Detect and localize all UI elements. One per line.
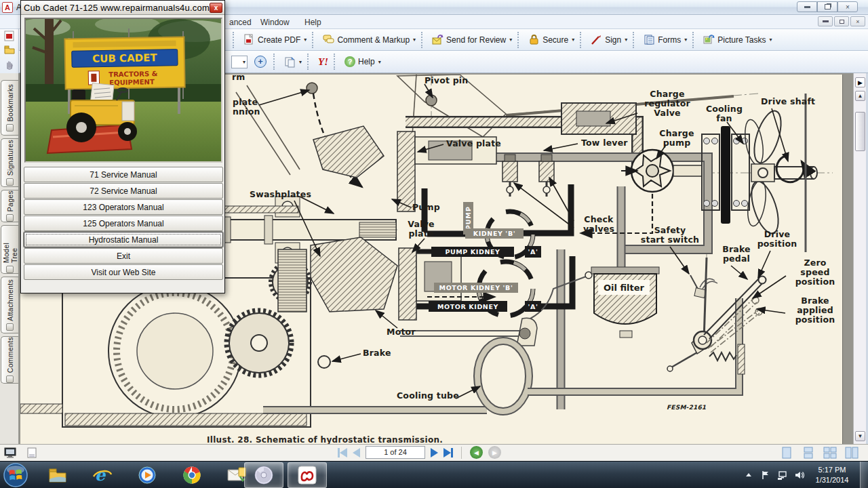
menu-advanced[interactable]: anced [226, 17, 254, 28]
toolbar-grip[interactable] [273, 54, 277, 70]
tab-attachments[interactable]: Attachments [1, 277, 18, 333]
doc-minimize-button[interactable] [818, 16, 833, 26]
comment-markup-button[interactable]: Comment & Markup▾ [319, 31, 420, 49]
taskbar-wmp-button[interactable] [127, 462, 167, 488]
minimize-button[interactable] [797, 1, 817, 12]
taskbar-explorer-button[interactable] [38, 462, 77, 488]
help-button[interactable]: ? Help▾ [340, 53, 385, 70]
hand-tool-icon[interactable] [4, 59, 15, 70]
tab-signatures[interactable]: Signatures [1, 138, 18, 187]
taskbar-acrobat-button[interactable] [288, 462, 327, 488]
button-72-service-manual[interactable]: 72 Service Manual [24, 183, 223, 199]
explorer-icon [48, 467, 67, 483]
doc-restore-button[interactable] [834, 16, 849, 26]
toolbar-grip[interactable] [233, 32, 236, 48]
taskbar-clock[interactable]: 5:17 PM 1/31/2014 [811, 465, 853, 485]
last-page-button[interactable] [443, 448, 453, 458]
menu-help[interactable]: Help [302, 17, 324, 28]
taskbar-ie-button[interactable]: e [83, 462, 122, 488]
launcher-close-button[interactable]: x [210, 3, 222, 13]
tab-model-tree[interactable]: Model Tree [1, 225, 18, 274]
next-view-button[interactable]: ▶ [488, 446, 501, 459]
diagram-label-tow-lever: Tow lever [581, 138, 628, 148]
desktop: A A × anced Window Help × Create PDF▾ Co… [0, 0, 868, 488]
cd-drive-icon [254, 465, 274, 485]
page-display-button[interactable]: ▾ [280, 53, 306, 70]
button-123-operators-manual[interactable]: 123 Operators Manual [24, 199, 223, 215]
diagram-label-pump: Pump [412, 203, 440, 212]
continuous-facing-layout-icon[interactable] [823, 447, 837, 459]
first-page-button[interactable] [338, 448, 347, 458]
toolbar-grip[interactable] [334, 54, 337, 70]
acrobat-statusbar: 1 of 24 ◀ ▶ [0, 444, 868, 461]
launcher-titlebar[interactable]: Cub Cadet 71-125 www.repairmanuals4u.com… [21, 1, 224, 15]
pdf-file-icon[interactable] [4, 30, 15, 41]
previous-view-button[interactable]: ◀ [470, 446, 483, 459]
button-hydrostatic-manual[interactable]: Hydrostatic Manual [24, 232, 223, 247]
button-visit-web-site[interactable]: Visit our Web Site [24, 264, 223, 280]
diagram-label-swashplate-trunnion: plate nnion [233, 98, 260, 117]
restore-button[interactable] [817, 1, 837, 12]
open-folder-icon[interactable] [4, 44, 15, 55]
collapse-pane-arrow[interactable]: ▶ [855, 77, 865, 87]
figure-caption: Illust. 28. Schematic of hydrostatic tra… [207, 435, 443, 444]
taskbar-cd-button[interactable] [244, 462, 283, 488]
tab-model-tree-label: Model Tree [2, 226, 18, 263]
band-pump-kidney: PUMP KIDNEY [431, 247, 514, 257]
media-player-icon [138, 466, 157, 485]
banner-title: CUB CADET [92, 52, 157, 65]
toolbar-grip[interactable] [692, 32, 696, 48]
next-page-button[interactable] [431, 448, 438, 458]
toolbar-grip[interactable] [633, 32, 636, 48]
single-page-layout-icon[interactable] [780, 447, 793, 459]
page-number-input[interactable]: 1 of 24 [366, 446, 425, 459]
button-exit[interactable]: Exit [24, 248, 223, 264]
create-pdf-button[interactable]: Create PDF▾ [239, 31, 311, 49]
toolbar-grip[interactable] [580, 32, 583, 48]
tab-bookmarks[interactable]: Bookmarks [1, 80, 18, 136]
button-71-service-manual[interactable]: 71 Service Manual [24, 167, 223, 182]
facing-layout-icon[interactable] [845, 447, 859, 459]
scroll-down-button[interactable]: ▼ [855, 431, 865, 441]
band-pump-kidney-a: 'A' [525, 246, 541, 258]
page-display-icon [284, 56, 296, 68]
tab-comments-label: Comments [6, 337, 14, 373]
band-kidney-b: KIDNEY 'B' [465, 228, 524, 239]
action-center-flag-icon[interactable] [760, 470, 771, 481]
doc-close-button[interactable]: × [850, 16, 865, 26]
menu-window[interactable]: Window [258, 17, 292, 28]
yahoo-button[interactable]: Y! [314, 53, 332, 70]
zoom-level-dropdown[interactable]: ▾ [231, 56, 248, 68]
zoom-in-button[interactable]: + [254, 56, 267, 68]
scrollbar-thumb[interactable] [855, 112, 865, 151]
toolbar-grip[interactable] [517, 32, 521, 48]
show-desktop-button[interactable] [860, 462, 868, 488]
send-for-review-button[interactable]: Send for Review▾ [428, 31, 516, 49]
previous-page-button[interactable] [353, 448, 360, 458]
picture-tasks-button[interactable]: Picture Tasks▾ [699, 31, 776, 49]
taskbar-chrome-button[interactable] [172, 462, 212, 488]
button-125-operators-manual[interactable]: 125 Operators Manual [24, 216, 223, 231]
tab-attachments-label: Attachments [6, 279, 14, 321]
hidden-icons-arrow[interactable] [743, 470, 754, 481]
forms-button[interactable]: Forms▾ [639, 31, 691, 49]
scroll-up-button[interactable]: ▲ [855, 91, 865, 101]
volume-icon[interactable] [794, 470, 805, 481]
start-button[interactable] [3, 463, 28, 487]
secure-button[interactable]: Secure▾ [524, 31, 578, 49]
vertical-scrollbar[interactable]: ▶ ▲ ▼ [853, 73, 866, 444]
page-size-icon[interactable] [26, 447, 38, 459]
fullscreen-monitor-icon[interactable] [4, 447, 16, 459]
close-button[interactable]: × [837, 1, 858, 12]
tab-pages[interactable]: Pages [1, 190, 18, 222]
diagram-label-cooling-tube: Cooling tube [397, 391, 459, 401]
toolbar-grip[interactable] [421, 32, 425, 48]
sign-button[interactable]: Sign▾ [587, 31, 631, 49]
continuous-layout-icon[interactable] [802, 447, 815, 459]
toolbar-grip[interactable] [307, 54, 311, 70]
attachments-icon [6, 323, 14, 331]
network-icon[interactable] [777, 470, 788, 481]
toolbar-grip[interactable] [312, 32, 315, 48]
tab-comments[interactable]: Comments [1, 336, 18, 384]
tab-signatures-label: Signatures [6, 140, 14, 176]
